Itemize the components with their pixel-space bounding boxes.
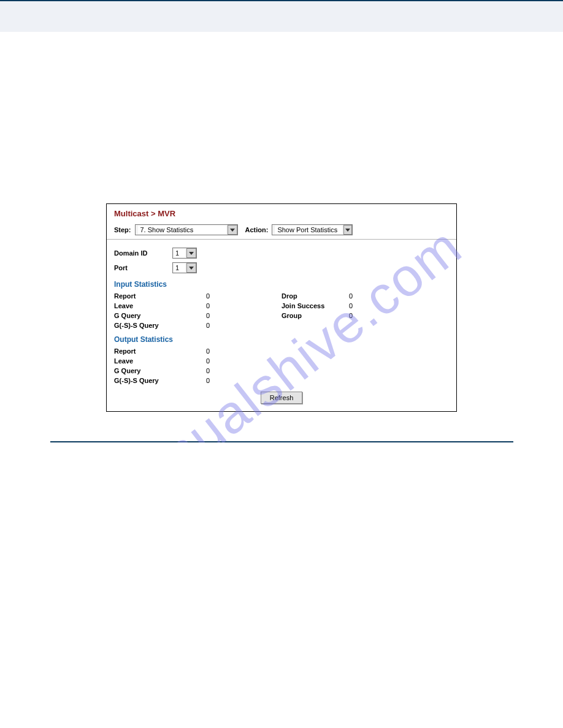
stat-value: 0	[206, 302, 224, 309]
action-select-value: Show Port Statistics	[275, 226, 342, 234]
stat-row: Report 0	[114, 291, 282, 301]
step-select-value: 7. Show Statistics	[138, 226, 227, 234]
output-statistics-grid: Report 0 Leave 0 G Query 0 G(-S)-S Query…	[107, 346, 456, 385]
stat-row: Report 0	[114, 346, 282, 356]
stat-value: 0	[349, 312, 367, 319]
filter-bar: Step: 7. Show Statistics Action: Show Po…	[107, 222, 456, 240]
stat-value: 0	[206, 312, 224, 319]
stat-label: Group	[282, 312, 349, 319]
stat-value: 0	[349, 292, 367, 300]
mvr-panel: Multicast > MVR Step: 7. Show Statistics…	[106, 203, 457, 412]
stat-row: Group 0	[282, 311, 449, 320]
chevron-down-icon	[186, 248, 196, 258]
stat-row: G Query 0	[114, 366, 282, 376]
stat-value: 0	[206, 292, 224, 300]
stat-row: G Query 0	[114, 311, 282, 320]
stat-label: Join Success	[282, 302, 349, 309]
chevron-down-icon	[343, 225, 353, 235]
domain-id-row: Domain ID 1	[107, 246, 456, 260]
step-select[interactable]: 7. Show Statistics	[135, 224, 238, 235]
step-label: Step:	[114, 226, 131, 233]
stat-label: Drop	[282, 292, 349, 300]
input-statistics-heading: Input Statistics	[107, 275, 456, 291]
stat-row: Drop 0	[282, 291, 449, 301]
port-row: Port 1	[107, 260, 456, 275]
action-select[interactable]: Show Port Statistics	[272, 224, 353, 235]
domain-id-label: Domain ID	[114, 249, 172, 257]
divider	[50, 441, 513, 442]
output-statistics-heading: Output Statistics	[107, 330, 456, 346]
stat-label: G Query	[114, 367, 206, 374]
input-statistics-grid: Report 0 Leave 0 G Query 0 G(-S)-S Query…	[107, 291, 456, 330]
port-value: 1	[174, 264, 185, 272]
stat-label: Report	[114, 292, 206, 300]
stat-row: G(-S)-S Query 0	[114, 376, 282, 385]
stat-label: G Query	[114, 312, 206, 319]
page-header-band	[0, 0, 563, 32]
stat-label: G(-S)-S Query	[114, 377, 206, 384]
stat-value: 0	[349, 302, 367, 309]
stat-value: 0	[206, 357, 224, 365]
stat-row: Join Success 0	[282, 301, 449, 311]
stat-value: 0	[206, 367, 224, 374]
stat-row: Leave 0	[114, 356, 282, 366]
stat-value: 0	[206, 347, 224, 355]
chevron-down-icon	[228, 225, 237, 235]
stat-value: 0	[206, 377, 224, 384]
port-select[interactable]: 1	[172, 262, 197, 273]
stat-value: 0	[206, 322, 224, 329]
domain-id-value: 1	[174, 249, 185, 257]
breadcrumb: Multicast > MVR	[107, 204, 456, 222]
stat-row: G(-S)-S Query 0	[114, 320, 282, 330]
chevron-down-icon	[186, 263, 196, 273]
action-label: Action:	[245, 226, 269, 233]
refresh-button[interactable]: Refresh	[261, 392, 303, 404]
port-label: Port	[114, 264, 172, 271]
stat-label: G(-S)-S Query	[114, 322, 206, 329]
stat-label: Leave	[114, 302, 206, 309]
stat-label: Leave	[114, 357, 206, 365]
domain-id-select[interactable]: 1	[172, 248, 197, 259]
stat-row: Leave 0	[114, 301, 282, 311]
stat-label: Report	[114, 347, 206, 355]
